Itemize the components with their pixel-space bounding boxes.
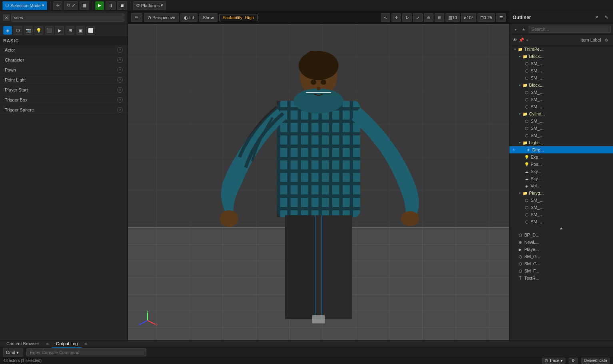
tree-item-dire[interactable]: 👁 ✳ Dire... — [509, 146, 613, 153]
viewport[interactable]: ☰ ⊙ Perspective ◐ Lit Show Scalability: … — [128, 11, 509, 340]
tab-content-browser[interactable]: Content Browser — [2, 340, 43, 348]
tree-item-sm1[interactable]: ⬡ SM_... — [509, 60, 613, 67]
tree-item-smg1[interactable]: ⬡ SM_G... — [509, 253, 613, 260]
list-item-trigger-sphere[interactable]: Trigger Sphere ? — [0, 105, 128, 115]
tree-item-sky1[interactable]: ☁ Sky... — [509, 168, 613, 175]
filter-play-button[interactable]: ▶ — [55, 26, 64, 35]
snap-angle-button[interactable]: ⌀ 10° — [461, 13, 476, 22]
viewport-options-button[interactable]: ☰ — [496, 13, 506, 22]
item-label-settings-button[interactable]: ⚙ — [603, 36, 610, 44]
tab-output-log[interactable]: Output Log — [52, 340, 82, 348]
tree-item-sm9[interactable]: ⬡ SM_... — [509, 132, 613, 139]
filter-display-button[interactable]: ▣ — [76, 26, 85, 35]
tree-item-thirdpe[interactable]: ▾ 📁 ThirdPe... — [509, 46, 613, 53]
output-log-tab-close[interactable]: ✕ — [83, 341, 89, 347]
list-item-point-light[interactable]: Point Light ? — [0, 75, 128, 85]
tree-item-sm7[interactable]: ⬡ SM_... — [509, 117, 613, 125]
tree-item-sm13[interactable]: ⬡ SM_... — [509, 218, 613, 225]
content-browser-tab-close[interactable]: ✕ — [45, 341, 50, 347]
filter-camera-button[interactable]: 📷 — [24, 26, 33, 35]
filter-extra-button[interactable]: ⬜ — [86, 26, 95, 35]
tree-item-vol[interactable]: ◈ Vol... — [509, 182, 613, 189]
tree-item-pos[interactable]: 💡 Pos... — [509, 161, 613, 168]
stop-button[interactable]: ⏹ — [117, 1, 127, 10]
derived-data-button[interactable]: Derived Data — [581, 358, 610, 364]
pawn-help-button[interactable]: ? — [117, 67, 123, 73]
tree-item-block2[interactable]: ▾ 📁 Block... — [509, 82, 613, 89]
mesh-icon: ⬡ — [524, 68, 529, 74]
list-item-trigger-box[interactable]: Trigger Box ? — [0, 95, 128, 105]
tree-item-textr[interactable]: T TextR... — [509, 274, 613, 282]
world-space-btn[interactable]: ⊕ — [424, 13, 433, 22]
platforms-button[interactable]: ⚙ Platforms ▾ — [133, 1, 166, 10]
cmd-dropdown-icon: ▾ — [16, 350, 19, 355]
tree-item-smf[interactable]: ⬡ SM_F... — [509, 267, 613, 274]
character-help-button[interactable]: ? — [117, 57, 123, 63]
tree-item-lighti[interactable]: ▾ 📁 Lighti... — [509, 139, 613, 146]
grid-size-button[interactable]: ▦ 10 — [445, 13, 460, 22]
trace-button[interactable]: ⊡ Trace ▾ — [542, 358, 565, 364]
tree-item-newl[interactable]: ⊕ NewL... — [509, 239, 613, 246]
tree-item-sm4[interactable]: ⬡ SM_... — [509, 89, 613, 96]
outliner-tree[interactable]: ▾ 📁 ThirdPe... ▾ 📁 Block... ⬡ SM_... ⬡ S… — [509, 46, 613, 340]
visibility-eye-icon[interactable]: 👁 — [511, 147, 517, 153]
filter-nav-button[interactable]: ⊞ — [66, 26, 74, 35]
tree-item-playg[interactable]: ▾ 📁 Playg... — [509, 189, 613, 197]
list-item-player-start[interactable]: Player Start ? — [0, 85, 128, 95]
point-light-help-button[interactable]: ? — [117, 77, 123, 83]
tree-item-bpd[interactable]: ⬡ BP_D... — [509, 231, 613, 239]
tree-item-exp[interactable]: 💡 Exp... — [509, 153, 613, 161]
filter-light-button[interactable]: 💡 — [34, 26, 43, 35]
list-item-character[interactable]: Character ? — [0, 55, 128, 65]
transform-button-1[interactable]: ✛ — [53, 1, 62, 10]
actor-help-button[interactable]: ? — [117, 47, 123, 53]
transform-button-3[interactable]: ▦ — [80, 1, 89, 10]
outliner-filter-down-button[interactable]: ▾ — [512, 26, 519, 33]
surface-snap-btn[interactable]: ⊞ — [435, 13, 444, 22]
transform-button-2[interactable]: ↻ ⤢ — [64, 1, 78, 10]
trigger-sphere-help-button[interactable]: ? — [117, 107, 123, 113]
tree-item-sm2[interactable]: ⬡ SM_... — [509, 67, 613, 74]
outliner-search-input[interactable] — [529, 26, 611, 33]
selection-mode-button[interactable]: ⬡ Selection Mode ▾ — [2, 1, 47, 10]
tree-item-player[interactable]: ▶ Playe... — [509, 246, 613, 253]
perspective-button[interactable]: ⊙ Perspective — [144, 13, 179, 22]
viewport-menu-button[interactable]: ☰ — [131, 13, 142, 22]
scale-btn[interactable]: ⤢ — [413, 13, 423, 22]
lit-button[interactable]: ◐ Lit — [180, 13, 198, 22]
filter-geometry-button[interactable]: ⬛ — [45, 26, 54, 35]
trigger-box-help-button[interactable]: ? — [117, 97, 123, 103]
viewport-background: X Y Z — [128, 24, 509, 340]
outliner-pencil-button[interactable]: ✎ — [603, 14, 610, 21]
select-mode-btn[interactable]: ↖ — [381, 13, 390, 22]
close-left-panel-button[interactable]: ✕ — [3, 14, 10, 21]
tree-item-sm5[interactable]: ⬡ SM_... — [509, 96, 613, 103]
tree-item-sm6[interactable]: ⬡ SM_... — [509, 103, 613, 110]
settings-status-button[interactable]: ⚙ — [569, 358, 578, 364]
pause-button[interactable]: ⏸ — [106, 1, 116, 10]
snap-scale-button[interactable]: ⊡ 0.25 — [477, 13, 495, 22]
tree-item-cylind[interactable]: ▾ 📁 Cylind... — [509, 110, 613, 117]
tree-item-sm3[interactable]: ⬡ SM_... — [509, 74, 613, 82]
translate-btn[interactable]: ✛ — [391, 13, 401, 22]
outliner-filter-star-button[interactable]: ★ — [520, 26, 527, 33]
tree-item-smg2[interactable]: ⬡ SM_G... — [509, 260, 613, 267]
cmd-label-button[interactable]: Cmd ▾ — [3, 348, 23, 357]
tree-item-sm10[interactable]: ⬡ SM_... — [509, 197, 613, 204]
tree-item-block1[interactable]: ▾ 📁 Block... — [509, 53, 613, 60]
tree-item-sky2[interactable]: ☁ Sky... — [509, 175, 613, 182]
console-command-input[interactable] — [26, 348, 146, 356]
rotate-btn[interactable]: ↻ — [402, 13, 412, 22]
player-start-help-button[interactable]: ? — [117, 87, 123, 93]
outliner-close-button[interactable]: ✕ — [593, 14, 600, 21]
list-item-actor[interactable]: Actor ? — [0, 45, 128, 55]
play-button[interactable]: ▶ — [95, 1, 104, 10]
tree-item-sm11[interactable]: ⬡ SM_... — [509, 204, 613, 211]
filter-component-button[interactable]: ⬡ — [14, 26, 22, 35]
filter-actor-button[interactable]: ◈ — [3, 26, 12, 35]
tree-item-sm8[interactable]: ⬡ SM_... — [509, 125, 613, 132]
show-button[interactable]: Show — [199, 13, 218, 22]
list-item-pawn[interactable]: Pawn ? — [0, 65, 128, 75]
tree-item-sm12[interactable]: ⬡ SM_... — [509, 211, 613, 218]
classes-search-input[interactable] — [11, 14, 124, 22]
